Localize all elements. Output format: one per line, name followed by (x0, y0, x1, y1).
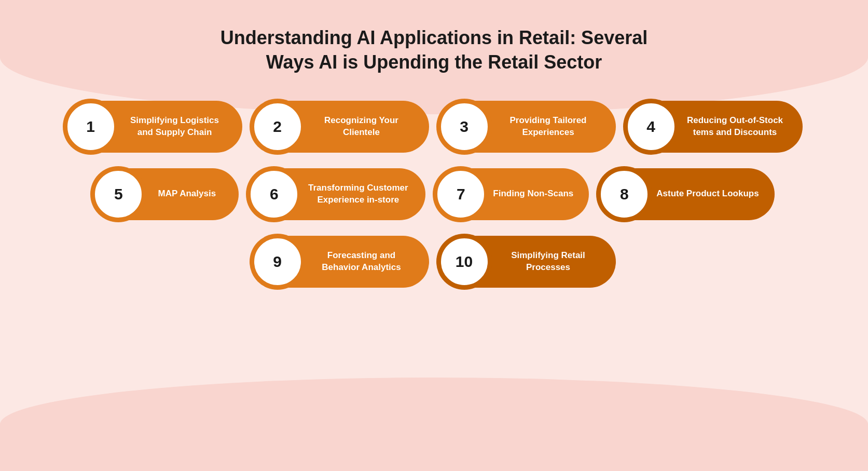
list-item: 2 Recognizing Your Clientele (253, 101, 429, 153)
item-number: 2 (252, 101, 304, 153)
item-number: 10 (438, 236, 490, 288)
item-label: Reducing Out-of-Stock tems and Discounts (677, 115, 791, 139)
main-container: Understanding AI Applications in Retail:… (0, 0, 868, 471)
item-label: Providing Tailored Experiences (490, 115, 604, 139)
item-label: Simplifying Retail Processes (490, 250, 604, 274)
page-title: Understanding AI Applications in Retail:… (201, 26, 668, 75)
item-label: Finding Non-Scans (487, 188, 577, 200)
list-item: 3 Providing Tailored Experiences (439, 101, 616, 153)
item-number: 6 (248, 168, 300, 220)
item-label: Transforming Customer Experience in-stor… (300, 182, 414, 206)
row-1: 1 Simplifying Logistics and Supply Chain… (66, 101, 803, 153)
item-label: MAP Analysis (144, 188, 227, 200)
list-item: 7 Finding Non-Scans (436, 168, 589, 220)
item-number: 7 (435, 168, 487, 220)
list-item: 9 Forecasting and Behavior Analytics (253, 236, 429, 288)
items-grid: 1 Simplifying Logistics and Supply Chain… (42, 101, 826, 288)
item-number: 8 (598, 168, 650, 220)
item-label: Astute Product Lookups (650, 188, 763, 200)
list-item: 1 Simplifying Logistics and Supply Chain (66, 101, 242, 153)
row-2: 5 MAP Analysis 6 Transforming Customer E… (93, 168, 774, 220)
item-label: Forecasting and Behavior Analytics (304, 250, 418, 274)
item-number: 4 (625, 101, 677, 153)
item-label: Recognizing Your Clientele (304, 115, 418, 139)
list-item: 4 Reducing Out-of-Stock tems and Discoun… (626, 101, 803, 153)
item-label: Simplifying Logistics and Supply Chain (117, 115, 231, 139)
list-item: 8 Astute Product Lookups (599, 168, 774, 220)
list-item: 5 MAP Analysis (93, 168, 239, 220)
row-3: 9 Forecasting and Behavior Analytics 10 … (253, 236, 616, 288)
item-number: 1 (65, 101, 117, 153)
item-number: 5 (92, 168, 144, 220)
list-item: 10 Simplifying Retail Processes (439, 236, 616, 288)
item-number: 9 (252, 236, 304, 288)
item-number: 3 (438, 101, 490, 153)
list-item: 6 Transforming Customer Experience in-st… (249, 168, 425, 220)
